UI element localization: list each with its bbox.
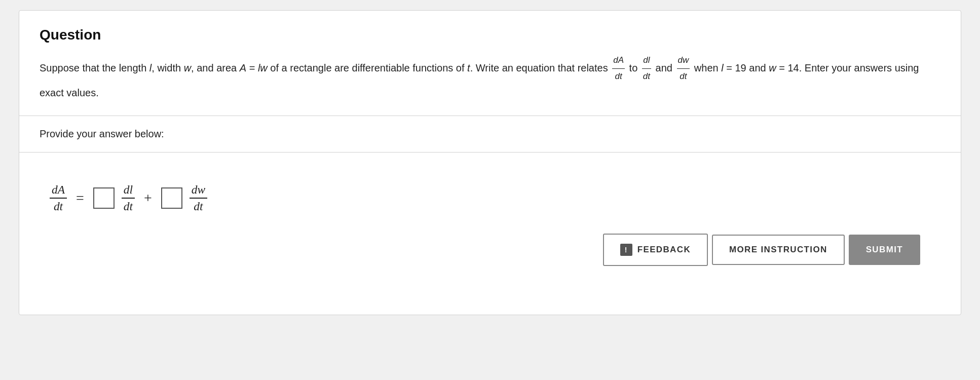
submit-label: SUBMIT (866, 245, 903, 254)
frac3-num: dw (677, 53, 690, 69)
var-w-eq: w (769, 62, 776, 73)
buttons-row: ! FEEDBACK MORE INSTRUCTION SUBMIT (40, 223, 940, 280)
question-frac1: dAdt (612, 53, 625, 84)
frac2-num: dl (642, 53, 651, 69)
question-section: Question Suppose that the length l, widt… (19, 11, 961, 116)
var-lw: lw (258, 62, 268, 73)
question-text: Suppose that the length l, width w, and … (40, 53, 940, 101)
question-equals1: = (724, 62, 735, 73)
frac2-den: dt (642, 69, 651, 84)
question-title: Question (40, 27, 940, 43)
more-instruction-button[interactable]: MORE INSTRUCTION (712, 235, 845, 265)
question-frac3: dwdt (677, 53, 690, 84)
question-comma1: , width (152, 62, 183, 73)
question-comma2: , and area (191, 62, 240, 73)
question-rest2: . Write an equation that relates (470, 62, 611, 73)
lhs-frac-num: dA (50, 183, 67, 199)
answer-label: Provide your answer below: (40, 128, 164, 139)
equals-sign: = (76, 190, 84, 206)
right-frac-den: dt (192, 199, 205, 213)
frac1-num: dA (612, 53, 625, 69)
question-card: Question Suppose that the length l, widt… (19, 10, 961, 315)
question-frac2: dldt (642, 53, 651, 84)
var-A: A (240, 62, 246, 73)
input-box-1[interactable] (93, 187, 115, 209)
more-instruction-label: MORE INSTRUCTION (729, 245, 827, 254)
lhs-fraction: dA dt (50, 183, 67, 213)
lhs-frac-den: dt (52, 199, 65, 213)
middle-fraction: dl dt (122, 183, 135, 213)
submit-button[interactable]: SUBMIT (849, 235, 920, 265)
question-equals-text: = (246, 62, 258, 73)
mid-frac-num: dl (122, 183, 135, 199)
val2: 14 (787, 62, 799, 73)
question-rest1: of a rectangle are differentiable functi… (268, 62, 467, 73)
right-fraction: dw dt (190, 183, 207, 213)
answer-area: dA dt = dl dt + dw dt ! (19, 153, 961, 315)
mid-frac-den: dt (122, 199, 135, 213)
question-equals2: = (776, 62, 788, 73)
val1: 19 (735, 62, 746, 73)
question-when: when (691, 62, 721, 73)
question-and2: and (746, 62, 769, 73)
frac1-den: dt (614, 69, 623, 84)
var-w: w (184, 62, 191, 73)
equation-display: dA dt = dl dt + dw dt (50, 183, 940, 213)
plus-sign: + (144, 190, 152, 206)
feedback-label: FEEDBACK (637, 245, 691, 255)
answer-label-section: Provide your answer below: (19, 116, 961, 153)
input-box-2[interactable] (161, 187, 182, 209)
frac3-den: dt (679, 69, 688, 84)
question-to: to (629, 62, 638, 73)
question-and: and (656, 62, 672, 73)
question-intro: Suppose that the length (40, 62, 149, 73)
feedback-button[interactable]: ! FEEDBACK (603, 234, 708, 266)
feedback-icon: ! (620, 244, 632, 256)
right-frac-num: dw (190, 183, 207, 199)
